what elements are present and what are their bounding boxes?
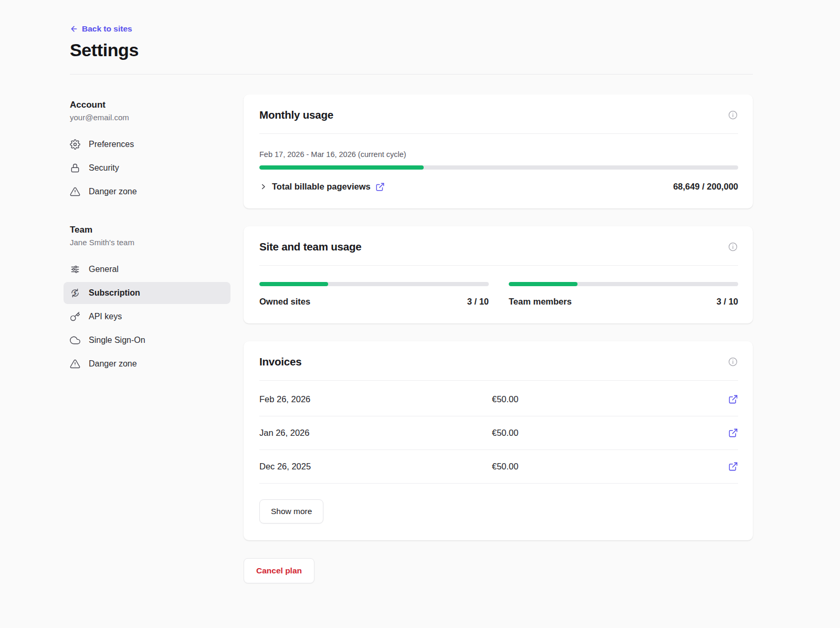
- sliders-icon: [70, 264, 80, 275]
- account-heading: Account: [70, 100, 230, 110]
- sidebar-item-api-keys[interactable]: API keys: [64, 306, 230, 328]
- back-to-sites-link[interactable]: Back to sites: [70, 24, 132, 34]
- billing-cycle-text: Feb 17, 2026 - Mar 16, 2026 (current cyc…: [259, 150, 738, 159]
- invoice-amount: €50.00: [492, 462, 724, 472]
- warning-triangle-icon: [70, 359, 80, 369]
- invoice-date: Dec 26, 2025: [259, 462, 492, 472]
- settings-sidebar: Account your@email.com Preferences Secur…: [70, 95, 230, 376]
- svg-text:$: $: [74, 290, 77, 296]
- pageviews-progress-bar: [259, 165, 738, 170]
- team-members-meter: Team members 3 / 10: [509, 282, 738, 307]
- monthly-usage-card: Monthly usage Feb 17, 2026 - Mar 16, 202…: [244, 95, 753, 208]
- settings-page: Back to sites Settings Account your@emai…: [0, 0, 840, 604]
- sidebar-section-team: Team Jane Smith's team General $ Subscri…: [70, 225, 230, 375]
- invoice-row: Dec 26, 2025 €50.00: [259, 450, 738, 484]
- sidebar-item-label: Preferences: [89, 140, 134, 149]
- owned-sites-value: 3 / 10: [467, 297, 489, 307]
- invoice-date: Feb 26, 2026: [259, 394, 492, 404]
- site-team-usage-card: Site and team usage Owned sites 3 / 10: [244, 226, 753, 323]
- show-more-button[interactable]: Show more: [259, 499, 323, 524]
- sidebar-item-label: General: [89, 265, 119, 274]
- invoice-row: Jan 26, 2026 €50.00: [259, 416, 738, 450]
- sidebar-item-preferences[interactable]: Preferences: [64, 133, 230, 155]
- team-members-progress-bar: [509, 282, 738, 286]
- sidebar-item-label: Security: [89, 163, 119, 173]
- sidebar-item-label: Subscription: [89, 288, 140, 298]
- cancel-plan-button[interactable]: Cancel plan: [244, 558, 314, 583]
- invoice-amount: €50.00: [492, 394, 724, 404]
- sidebar-item-team-danger-zone[interactable]: Danger zone: [64, 353, 230, 375]
- pageviews-progress-fill: [259, 165, 424, 170]
- dollar-refresh-icon: $: [70, 288, 80, 298]
- site-team-usage-title: Site and team usage: [259, 240, 361, 253]
- team-heading: Team: [70, 225, 230, 235]
- header-divider: [70, 74, 753, 75]
- cloud-icon: [70, 335, 80, 346]
- gear-icon: [70, 139, 80, 150]
- back-link-label: Back to sites: [82, 24, 132, 34]
- info-icon[interactable]: [728, 242, 738, 252]
- total-billable-pageviews-toggle[interactable]: Total billable pageviews: [259, 182, 385, 192]
- monthly-usage-title: Monthly usage: [259, 109, 333, 121]
- info-icon[interactable]: [728, 357, 738, 367]
- pageviews-external-link[interactable]: [375, 182, 385, 192]
- owned-sites-progress-bar: [259, 282, 489, 286]
- lock-icon: [70, 163, 80, 173]
- sidebar-item-label: Danger zone: [89, 359, 137, 369]
- settings-main: Monthly usage Feb 17, 2026 - Mar 16, 202…: [244, 95, 753, 583]
- owned-sites-meter: Owned sites 3 / 10: [259, 282, 489, 307]
- sidebar-item-label: API keys: [89, 312, 122, 321]
- sidebar-item-account-danger-zone[interactable]: Danger zone: [64, 181, 230, 203]
- pageviews-row-label: Total billable pageviews: [272, 182, 371, 192]
- invoices-title: Invoices: [259, 355, 301, 368]
- card-divider: [259, 380, 738, 381]
- sidebar-item-general[interactable]: General: [64, 258, 230, 280]
- key-icon: [70, 311, 80, 322]
- card-divider: [259, 265, 738, 266]
- account-email: your@email.com: [70, 113, 230, 122]
- team-members-value: 3 / 10: [717, 297, 738, 307]
- invoice-external-link[interactable]: [728, 394, 738, 404]
- chevron-right-icon: [259, 183, 267, 191]
- warning-triangle-icon: [70, 186, 80, 197]
- sidebar-item-subscription[interactable]: $ Subscription: [64, 282, 230, 304]
- sidebar-item-label: Single Sign-On: [89, 336, 145, 345]
- pageviews-usage-value: 68,649 / 200,000: [673, 182, 738, 192]
- invoice-external-link[interactable]: [728, 428, 738, 438]
- invoices-card: Invoices Feb 26, 2026 €50.00: [244, 341, 753, 540]
- invoice-date: Jan 26, 2026: [259, 428, 492, 438]
- info-icon[interactable]: [728, 110, 738, 120]
- arrow-left-icon: [70, 25, 78, 33]
- owned-sites-label: Owned sites: [259, 297, 310, 307]
- owned-sites-progress-fill: [259, 282, 328, 286]
- team-members-label: Team members: [509, 297, 572, 307]
- sidebar-item-single-sign-on[interactable]: Single Sign-On: [64, 329, 230, 351]
- card-divider: [259, 133, 738, 134]
- invoice-external-link[interactable]: [728, 462, 738, 472]
- team-name: Jane Smith's team: [70, 238, 230, 247]
- invoice-amount: €50.00: [492, 428, 724, 438]
- sidebar-item-label: Danger zone: [89, 187, 137, 196]
- sidebar-section-account: Account your@email.com Preferences Secur…: [70, 100, 230, 203]
- sidebar-item-security[interactable]: Security: [64, 157, 230, 179]
- invoice-row: Feb 26, 2026 €50.00: [259, 383, 738, 416]
- page-title: Settings: [70, 40, 753, 60]
- team-members-progress-fill: [509, 282, 578, 286]
